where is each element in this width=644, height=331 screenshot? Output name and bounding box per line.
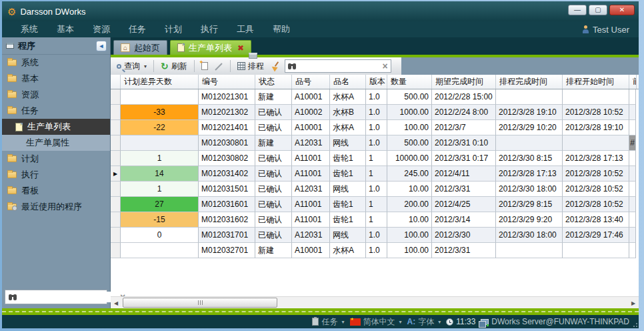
column-header-1[interactable]: 编号 xyxy=(199,75,255,89)
maximize-button[interactable]: ▢ xyxy=(589,5,607,15)
column-header-10[interactable]: 前 xyxy=(629,75,637,89)
column-header-9[interactable]: 排程开始时间 xyxy=(563,75,629,89)
tab-close-icon[interactable]: ✖ xyxy=(237,43,244,53)
row-selector[interactable] xyxy=(111,228,121,243)
cell: 已确认 xyxy=(255,182,292,197)
table-row[interactable]: 1M012030802已确认A11001齿轮1110000.002012/3/3… xyxy=(111,151,639,166)
row-selector[interactable] xyxy=(111,151,121,166)
menu-item-0[interactable]: 系统 xyxy=(11,23,47,35)
menu-item-3[interactable]: 任务 xyxy=(119,23,155,35)
toolbar-button-排程[interactable]: 排程 xyxy=(235,59,266,73)
cell: 齿轮1 xyxy=(330,166,366,182)
row-selector[interactable] xyxy=(111,135,121,151)
toolbar-button-new-doc-icon[interactable] xyxy=(199,61,210,71)
table-row[interactable]: -22M012021401已确认A10001水杯A1.0100.002012/3… xyxy=(111,120,639,135)
sidebar-item-2[interactable]: 资源 xyxy=(2,87,110,103)
scrollbar-thumb[interactable] xyxy=(123,298,277,308)
table-row[interactable]: 1M012031501已确认A12031网线1.010.002012/3/312… xyxy=(111,182,639,197)
row-selector[interactable] xyxy=(111,243,121,258)
table-row[interactable]: 27M012031601已确认A11001齿轮11200.002012/4/25… xyxy=(111,197,639,212)
column-header-3[interactable]: 品号 xyxy=(292,75,330,89)
menu-item-2[interactable]: 资源 xyxy=(83,23,119,35)
cell: 2012/3/28 10:52 xyxy=(563,166,629,182)
column-header-4[interactable]: 品名 xyxy=(330,75,366,89)
window-list-icon[interactable] xyxy=(249,53,257,59)
column-header-8[interactable]: 排程完成时间 xyxy=(496,75,563,89)
menu-item-7[interactable]: 帮助 xyxy=(263,23,299,35)
cell: 2012/3/30 xyxy=(432,228,496,243)
grid-header: 计划差异天数编号状态品号品名版本数量期望完成时间排程完成时间排程开始时间前 xyxy=(111,75,639,89)
time-label: 11:33 xyxy=(456,317,475,326)
current-row-marker[interactable]: ▶ xyxy=(111,166,121,182)
column-header-5[interactable]: 版本 xyxy=(366,75,387,89)
table-row[interactable]: 0M012031701已确认A12031网线1.0100.002012/3/30… xyxy=(111,228,639,243)
cell: 1.0 xyxy=(366,89,387,105)
title-bar[interactable]: ⚙ Darsson DWorks — ▢ ✕ xyxy=(2,1,639,21)
close-button[interactable]: ✕ xyxy=(609,5,635,15)
tab-1[interactable]: 生产单列表✖ xyxy=(170,40,251,55)
cell xyxy=(629,151,636,166)
table-row[interactable]: M012032701新建A10001水杯A1.0100.002012/3/31 xyxy=(111,243,639,258)
menu-item-6[interactable]: 工具 xyxy=(227,23,263,35)
row-selector[interactable] xyxy=(111,105,121,120)
menu-item-4[interactable]: 计划 xyxy=(155,23,191,35)
sidebar-search-input[interactable] xyxy=(17,292,120,302)
cell: A10001 xyxy=(292,120,330,135)
sidebar-item-1[interactable]: 基本 xyxy=(2,71,110,87)
cell: 200.00 xyxy=(387,197,432,212)
sidebar-item-4[interactable]: 生产单列表 xyxy=(2,119,110,135)
status-font[interactable]: A: 字体 ▾ xyxy=(407,316,441,328)
cell xyxy=(496,135,563,151)
cell: M012021301 xyxy=(199,89,255,105)
cell: 2012/3/29 17:46 xyxy=(563,228,629,243)
sidebar-item-0[interactable]: 系统 xyxy=(2,55,110,71)
column-header-0[interactable]: 计划差异天数 xyxy=(121,75,199,89)
horizontal-scrollbar[interactable]: ◀ ▶ xyxy=(111,296,639,308)
refresh-icon: ↻ xyxy=(161,61,169,71)
column-header-6[interactable]: 数量 xyxy=(387,75,432,89)
sidebar-item-6[interactable]: 计划 xyxy=(2,151,110,167)
column-header-7[interactable]: 期望完成时间 xyxy=(432,75,496,89)
toolbar-button-pencil-icon[interactable] xyxy=(213,61,225,72)
column-header-2[interactable]: 状态 xyxy=(255,75,292,89)
cell: 1.0 xyxy=(366,120,387,135)
table-row[interactable]: M012030801新建A12031网线1.0500.002012/3/31 0… xyxy=(111,135,639,151)
menu-item-5[interactable]: 执行 xyxy=(191,23,227,35)
sidebar-item-9[interactable]: 最近使用的程序 xyxy=(2,199,110,215)
toolbar-search-input[interactable] xyxy=(299,61,380,71)
cell: 1.0 xyxy=(366,105,387,120)
scroll-left-icon[interactable]: ◀ xyxy=(112,298,120,308)
sidebar-item-5[interactable]: 生产单属性 xyxy=(2,135,110,151)
sidebar-collapse-button[interactable]: ◄ xyxy=(96,41,107,51)
row-selector[interactable] xyxy=(111,89,121,105)
status-language[interactable]: 简体中文 ▾ xyxy=(350,316,402,328)
table-row[interactable]: -33M012021302已确认A10002水杯B1.01000.002012/… xyxy=(111,105,639,120)
sidebar-item-7[interactable]: 执行 xyxy=(2,167,110,183)
menu-item-1[interactable]: 基本 xyxy=(47,23,83,35)
status-task[interactable]: 任务 ▾ xyxy=(312,316,344,328)
toolbar-button-查询[interactable]: 查询▾ xyxy=(115,59,149,73)
table-row[interactable]: M012021301新建A10001水杯A1.0500.002012/2/28 … xyxy=(111,89,639,105)
cell xyxy=(629,243,636,258)
toolbar-button-刷新[interactable]: ↻刷新 xyxy=(159,59,189,73)
sidebar-item-8[interactable]: 看板 xyxy=(2,183,110,199)
cell xyxy=(563,89,629,105)
sidebar-item-3[interactable]: 任务 xyxy=(2,103,110,119)
row-selector[interactable] xyxy=(111,120,121,135)
sidebar: 程序 ◄ 系统基本资源任务生产单列表生产单属性计划执行看板最近使用的程序 × xyxy=(2,37,111,308)
clear-search-icon[interactable]: × xyxy=(383,61,388,71)
user-box[interactable]: Test User xyxy=(582,25,629,35)
tab-0[interactable]: ⌂起始页 xyxy=(113,40,167,55)
cell: A12031 xyxy=(292,228,330,243)
resize-grip-icon[interactable] xyxy=(632,322,637,327)
row-selector[interactable] xyxy=(111,212,121,228)
grid-body: M012021301新建A10001水杯A1.0500.002012/2/28 … xyxy=(111,89,639,258)
table-row[interactable]: ▶14M012031402已确认A11001齿轮11245.002012/4/1… xyxy=(111,166,639,182)
sidebar-item-label: 执行 xyxy=(21,169,39,181)
scroll-right-icon[interactable]: ▶ xyxy=(629,298,637,308)
row-selector[interactable] xyxy=(111,182,121,197)
row-selector[interactable] xyxy=(111,197,121,212)
table-row[interactable]: -15M012031602已确认A11001齿轮1110.002012/3/14… xyxy=(111,212,639,228)
minimize-button[interactable]: — xyxy=(568,5,587,15)
toolbar-button-broom-icon[interactable] xyxy=(269,60,282,72)
